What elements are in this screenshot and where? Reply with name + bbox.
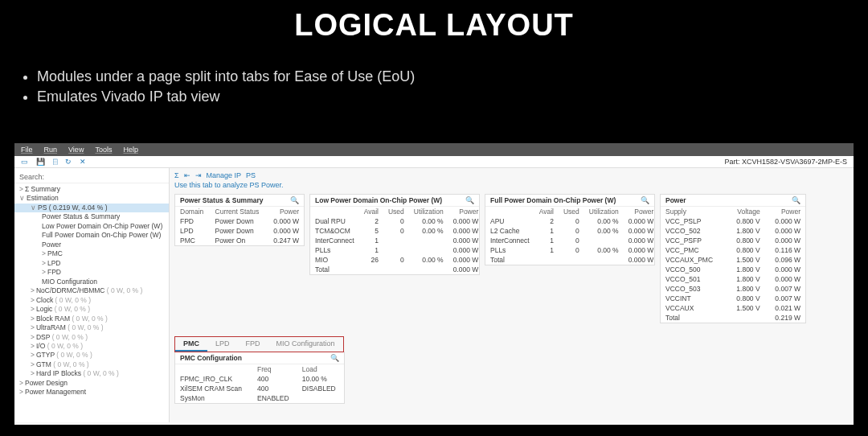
panel-cfg-title: PMC Configuration: [180, 354, 242, 362]
tree-item[interactable]: >PMC: [14, 249, 169, 258]
tree-item[interactable]: >Power Design: [14, 379, 169, 388]
tree-item[interactable]: >DSP ( 0 W, 0 % ): [14, 333, 169, 342]
table-row: VCCAUX1.500 V0.021 W: [661, 303, 805, 313]
tree-item[interactable]: MIO Configuration: [14, 278, 169, 286]
tree-item[interactable]: >UltraRAM ( 0 W, 0 % ): [14, 323, 169, 332]
table-row: VCC_PMC0.800 V0.116 W: [661, 245, 805, 255]
panel-power: Power🔍 SupplyVoltagePowerVCC_PSLP0.800 V…: [660, 194, 806, 323]
tree-item[interactable]: >GTYP ( 0 W, 0 % ): [14, 351, 169, 360]
menu-bar: File Run View Tools Help: [14, 143, 854, 156]
menu-file[interactable]: File: [21, 146, 33, 154]
tree-item[interactable]: >Hard IP Blocks ( 0 W, 0 % ): [14, 369, 169, 378]
table-row: SysMonENABLED: [175, 393, 344, 403]
table-row: APU200.00 %0.000 W: [485, 216, 658, 226]
open-icon[interactable]: ▭: [21, 158, 28, 166]
tree-item[interactable]: >Σ Summary: [14, 185, 169, 194]
table-row: L2 Cache100.00 %0.000 W: [485, 226, 658, 236]
tree-item[interactable]: >GTM ( 0 W, 0 % ): [14, 360, 169, 369]
table-row: FPMC_IRO_CLK40010.00 %: [175, 374, 344, 384]
tree-item[interactable]: ∨Estimation: [14, 194, 169, 203]
slide-title: LOGICAL LAYOUT: [0, 0, 868, 43]
table-row: PLLs10.000 W: [310, 245, 483, 255]
tab-fpd[interactable]: FPD: [238, 337, 268, 352]
table-row: Total0.000 W: [310, 265, 483, 274]
banner: Σ ⇤ ⇥ Manage IP PS: [174, 171, 849, 179]
table-row: InterConnect10.000 W: [310, 236, 483, 245]
panel-lpd-title: Low Power Domain On-Chip Power (W): [315, 196, 442, 204]
table-row: VCCO_5011.800 V0.000 W: [661, 274, 805, 284]
menu-view[interactable]: View: [68, 146, 84, 154]
panel-fpd-title: Full Power Domain On-Chip Power (W): [490, 196, 616, 204]
print-icon[interactable]: ⌸: [53, 158, 57, 166]
tree-item[interactable]: Power: [14, 241, 169, 249]
tree-item[interactable]: Full Power Domain On-Chip Power (W): [14, 231, 169, 240]
expand-icon[interactable]: ⇥: [195, 171, 202, 179]
search-input[interactable]: Search:: [14, 171, 169, 183]
tree-item[interactable]: >Power Management: [14, 388, 169, 397]
table-row: XilSEM CRAM Scan400DISABLED: [175, 384, 344, 393]
table-row: LPDPower Down0.000 W: [175, 226, 304, 236]
app-window: File Run View Tools Help ▭ 💾 ⌸ ↻ ✕ Part:…: [14, 143, 854, 425]
tree-item[interactable]: >Block RAM ( 0 W, 0 % ): [14, 315, 169, 323]
close-icon[interactable]: ✕: [80, 158, 86, 166]
menu-tools[interactable]: Tools: [95, 146, 112, 154]
tree-item[interactable]: >I/O ( 0 W, 0 % ): [14, 342, 169, 351]
search-icon[interactable]: 🔍: [290, 196, 299, 204]
table-row: VCC_PSFP0.800 V0.000 W: [661, 236, 805, 245]
tree-item[interactable]: >LPD: [14, 259, 169, 268]
table-row: InterConnect100.000 W: [485, 236, 658, 245]
panel-lpd: Low Power Domain On-Chip Power (W)🔍 Avai…: [309, 194, 480, 275]
menu-help[interactable]: Help: [123, 146, 138, 154]
table-row: VCCO_5021.800 V0.000 W: [661, 226, 805, 236]
refresh-icon[interactable]: ↻: [65, 158, 72, 166]
search-icon[interactable]: 🔍: [465, 196, 474, 204]
panel-power-title: Power: [665, 196, 686, 204]
sigma-icon[interactable]: Σ: [174, 171, 179, 179]
tree-item[interactable]: >Logic ( 0 W, 0 % ): [14, 305, 169, 314]
table-row: Dual RPU200.00 %0.000 W: [310, 216, 483, 226]
table-row: PLLs100.00 %0.000 W: [485, 245, 658, 255]
tree-item[interactable]: >NoC/DDRMC/HBMMC ( 0 W, 0 % ): [14, 286, 169, 295]
tree-item[interactable]: ∨PS ( 0.219 W, 4.04 % ): [14, 204, 169, 212]
table-row: TCM&OCM500.00 %0.000 W: [310, 226, 483, 236]
save-icon[interactable]: 💾: [36, 158, 45, 166]
search-icon[interactable]: 🔍: [641, 196, 649, 204]
toolbar: ▭ 💾 ⌸ ↻ ✕ Part: XCVH1582-VSVA3697-2MP-E-…: [14, 156, 854, 168]
table-row: MIO2600.00 %0.000 W: [310, 255, 483, 265]
panel-status-title: Power Status & Summary: [180, 196, 263, 204]
table-row: VCCO_5001.800 V0.000 W: [661, 265, 805, 274]
table-row: Total0.000 W: [485, 255, 658, 265]
ps-label: PS: [246, 171, 256, 179]
part-label: Part: XCVH1582-VSVA3697-2MP-E-S: [725, 158, 847, 166]
sidebar: Search: >Σ Summary∨Estimation∨PS ( 0.219…: [14, 168, 170, 422]
table-row: FPDPower Down0.000 W: [175, 216, 304, 226]
collapse-icon[interactable]: ⇤: [184, 171, 190, 179]
tab-lpd[interactable]: LPD: [207, 337, 238, 352]
tree-item[interactable]: >Clock ( 0 W, 0 % ): [14, 296, 169, 305]
search-icon[interactable]: 🔍: [792, 196, 800, 204]
tab-mio[interactable]: MIO Configuration: [268, 337, 343, 352]
hint-text: Use this tab to analyze PS Power.: [174, 181, 849, 189]
search-icon[interactable]: 🔍: [330, 354, 339, 362]
tree-item[interactable]: >FPD: [14, 268, 169, 277]
tree: >Σ Summary∨Estimation∨PS ( 0.219 W, 4.04…: [14, 185, 169, 397]
table-row: VCCAUX_PMC1.500 V0.096 W: [661, 255, 805, 265]
table-row: Total0.219 W: [661, 313, 805, 323]
table-row: VCC_PSLP0.800 V0.000 W: [661, 216, 805, 226]
panel-status: Power Status & Summary🔍 DomainCurrent St…: [174, 194, 305, 246]
config-tabs: PMC LPD FPD MIO Configuration: [174, 336, 344, 352]
bullet-1: Emulates Vivado IP tab view: [37, 88, 868, 105]
menu-run[interactable]: Run: [44, 146, 58, 154]
bullet-0: Modules under a page split into tabs for…: [37, 68, 868, 85]
slide-bullets: Modules under a page split into tabs for…: [0, 57, 868, 110]
panel-cfg: PMC Configuration🔍 FreqLoadFPMC_IRO_CLK4…: [174, 352, 345, 404]
table-row: PMCPower On0.247 W: [175, 236, 304, 245]
table-row: VCCO_5031.800 V0.007 W: [661, 284, 805, 294]
table-row: VCCINT0.800 V0.007 W: [661, 294, 805, 303]
tree-item[interactable]: Power Status & Summary: [14, 212, 169, 221]
tab-pmc[interactable]: PMC: [175, 337, 207, 352]
panel-fpd: Full Power Domain On-Chip Power (W)🔍 Ava…: [485, 194, 655, 265]
manage-ip-link[interactable]: Manage IP: [207, 171, 242, 179]
tree-item[interactable]: Low Power Domain On-Chip Power (W): [14, 222, 169, 231]
